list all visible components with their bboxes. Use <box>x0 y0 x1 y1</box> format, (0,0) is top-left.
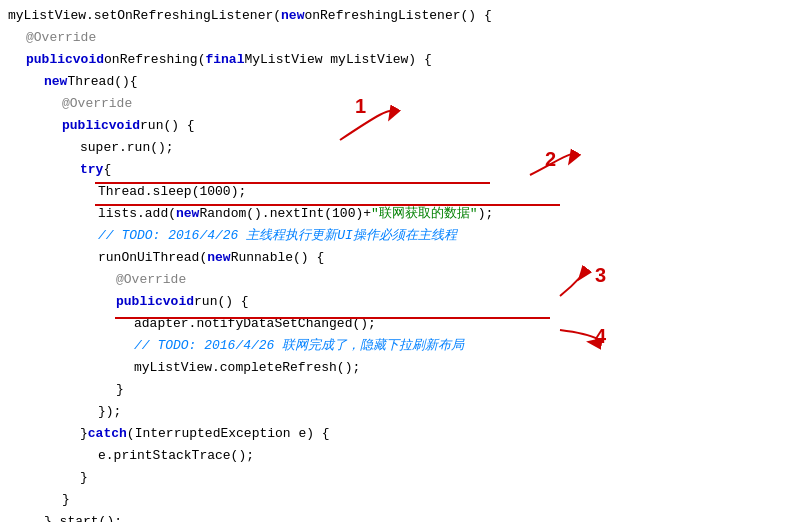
code-line-20: } catch (InterruptedException e) { <box>0 422 786 444</box>
code-line-23: } <box>0 488 786 510</box>
code-line-8: try { <box>0 158 786 180</box>
code-line-15: adapter.notifyDataSetChanged(); <box>0 312 786 334</box>
code-line-12: runOnUiThread(new Runnable() { <box>0 246 786 268</box>
code-line-11: // TODO: 2016/4/26 主线程执行更新UI操作必须在主线程 <box>0 224 786 246</box>
code-line-19: }); <box>0 400 786 422</box>
code-line-22: } <box>0 466 786 488</box>
code-line-21: e.printStackTrace(); <box>0 444 786 466</box>
code-editor: myListView.setOnRefreshingListener(new o… <box>0 0 786 522</box>
code-line-7: super.run(); <box>0 136 786 158</box>
code-line-9: Thread.sleep(1000); <box>0 180 786 202</box>
code-line-24: }.start(); <box>0 510 786 522</box>
code-line-13: @Override <box>0 268 786 290</box>
code-line-16: // TODO: 2016/4/26 联网完成了，隐藏下拉刷新布局 <box>0 334 786 356</box>
code-line-5: @Override <box>0 92 786 114</box>
code-line-18: } <box>0 378 786 400</box>
code-line-1: myListView.setOnRefreshingListener(new o… <box>0 4 786 26</box>
code-lines: myListView.setOnRefreshingListener(new o… <box>0 4 786 522</box>
code-line-10: lists.add(new Random().nextInt(100)+"联网获… <box>0 202 786 224</box>
code-line-14: public void run() { <box>0 290 786 312</box>
code-line-4: new Thread(){ <box>0 70 786 92</box>
code-line-6: public void run() { <box>0 114 786 136</box>
code-line-2: @Override <box>0 26 786 48</box>
code-line-17: myListView.completeRefresh(); <box>0 356 786 378</box>
code-line-3: public void onRefreshing(final MyListVie… <box>0 48 786 70</box>
